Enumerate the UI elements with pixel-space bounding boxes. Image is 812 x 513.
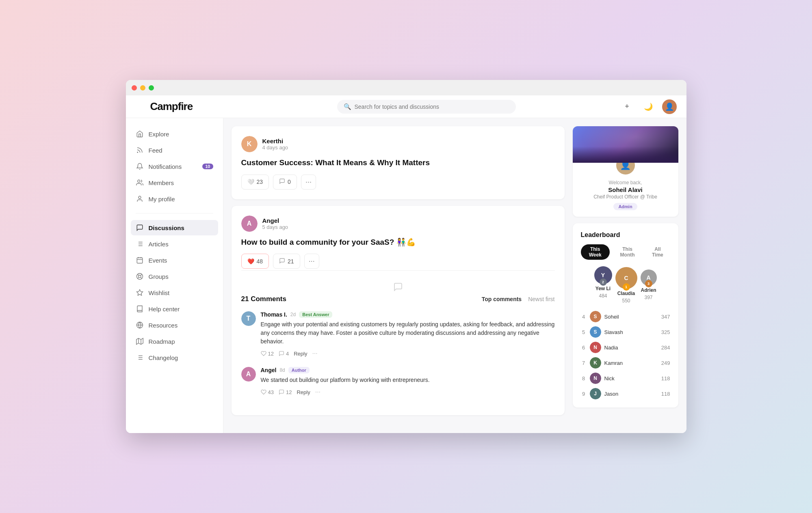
lb-tab-all-time[interactable]: All Time (645, 244, 670, 260)
comment-like-2[interactable]: 43 (261, 389, 274, 395)
comment-button-1[interactable]: 0 (273, 175, 297, 190)
lb-rank-6: 6 (581, 345, 587, 351)
sidebar-item-wishlist[interactable]: Wishlist (131, 285, 218, 300)
reply-button-2[interactable]: Reply (297, 389, 310, 395)
comment-like-1[interactable]: 12 (261, 351, 274, 357)
sidebar-item-events[interactable]: Events (131, 252, 218, 268)
sidebar-label-notifications: Notifications (149, 163, 182, 170)
comment-like-count-1: 12 (268, 351, 274, 357)
sidebar-label-articles: Articles (149, 241, 169, 248)
svg-line-18 (137, 277, 139, 278)
sidebar-item-articles[interactable]: Articles (131, 236, 218, 252)
comment-more-1[interactable]: ··· (312, 350, 317, 357)
search-input[interactable] (355, 103, 509, 110)
minimize-btn[interactable] (140, 85, 145, 91)
sidebar-item-my-profile[interactable]: My profile (131, 191, 218, 207)
feed-icon (136, 146, 144, 154)
comment-author-2: Angel (261, 367, 277, 373)
sidebar-item-roadmap[interactable]: Roadmap (131, 334, 218, 349)
svg-marker-19 (136, 290, 143, 295)
sort-top-comments[interactable]: Top comments (482, 296, 522, 302)
lb-rank-badge-1: 1 (623, 283, 630, 291)
svg-line-16 (141, 277, 142, 278)
sidebar-item-discussions[interactable]: Discussions (131, 220, 218, 235)
comments-count: 21 Comments (241, 295, 286, 303)
comment-item-2: A Angel 8d Author We started out buildin… (241, 367, 555, 396)
user-avatar[interactable]: 👤 (662, 99, 677, 114)
lb-list-avatar-nadia: N (590, 342, 601, 353)
lb-list-item-9: 9 J Jason 118 (581, 388, 670, 399)
post-avatar-angel: A (241, 216, 258, 232)
admin-badge: Admin (613, 203, 637, 210)
maximize-btn[interactable] (149, 85, 154, 91)
post-header-1: K Keerthi 4 days ago (241, 136, 555, 152)
sidebar-label-members: Members (149, 179, 174, 186)
lb-avatar-wrap-3: A 3 (641, 269, 657, 286)
sidebar-item-groups[interactable]: Groups (131, 269, 218, 284)
post-avatar-keerthi: K (241, 136, 258, 152)
search-bar[interactable]: 🔍 (337, 100, 516, 114)
comment-more-2[interactable]: ··· (315, 388, 320, 396)
lb-rank-8: 8 (581, 375, 587, 382)
best-answer-badge: Best Answer (299, 311, 332, 318)
comment-button-2[interactable]: 21 (273, 254, 300, 269)
sidebar-label-groups: Groups (149, 273, 169, 280)
members-icon (136, 179, 144, 187)
sort-newest[interactable]: Newst first (528, 296, 554, 302)
lb-name-5: Siavash (604, 329, 658, 335)
sidebar-label-events: Events (149, 257, 167, 264)
post-card-2: A Angel 5 days ago How to build a commun… (232, 206, 565, 416)
heart-icon-1: 🤍 (247, 179, 254, 185)
notifications-badge: 10 (202, 164, 213, 169)
lb-rank-badge-2: 2 (600, 278, 607, 286)
lb-score-8: 118 (661, 375, 670, 382)
lb-rank-9: 9 (581, 391, 587, 397)
svg-line-15 (137, 274, 139, 276)
lb-top-item-1: C 1 Claudia 550 (615, 267, 637, 304)
sidebar-item-notifications[interactable]: Notifications 10 (131, 159, 218, 174)
more-button-1[interactable]: ··· (301, 175, 316, 190)
profile-avatar-wrap: 👤 Welcome back, Soheil Alavi Cheif Produ… (573, 155, 678, 217)
comment-avatar-thomas: T (241, 311, 256, 326)
more-button-2[interactable]: ··· (304, 254, 319, 269)
comment-icon-2 (279, 258, 285, 265)
add-button[interactable]: + (620, 99, 634, 114)
lb-score-5: 325 (661, 329, 670, 335)
profile-icon (136, 195, 144, 203)
like-button-2[interactable]: ❤️ 48 (241, 254, 269, 269)
sidebar-nav-secondary: Discussions Articles (126, 220, 223, 365)
sidebar-item-members[interactable]: Members (131, 175, 218, 190)
reply-button-1[interactable]: Reply (294, 351, 307, 357)
lb-tab-this-month[interactable]: This Month (612, 244, 643, 260)
sidebar-label-my-profile: My profile (149, 196, 175, 203)
lb-score-2: 484 (599, 293, 607, 299)
lb-score-6: 284 (661, 345, 670, 351)
svg-point-1 (137, 180, 140, 182)
like-button-1[interactable]: 🤍 23 (241, 175, 269, 190)
sidebar-item-changelog[interactable]: Changelog (131, 350, 218, 365)
groups-icon (136, 272, 144, 280)
close-btn[interactable] (132, 85, 137, 91)
post-actions-2: ❤️ 48 21 ··· (241, 254, 555, 269)
svg-rect-9 (137, 258, 143, 263)
post-card-1: K Keerthi 4 days ago Customer Success: W… (232, 126, 565, 199)
dark-mode-button[interactable]: 🌙 (641, 99, 656, 114)
wishlist-icon (136, 289, 144, 297)
lb-tab-this-week[interactable]: This Week (581, 244, 610, 260)
titlebar (126, 80, 686, 95)
post-header-2: A Angel 5 days ago (241, 216, 555, 232)
comment-reply-count-1[interactable]: 4 (279, 351, 289, 357)
welcome-text: Welcome back, (609, 180, 642, 185)
sidebar-label-explore: Explore (149, 131, 169, 138)
sidebar-item-explore[interactable]: Explore (131, 126, 218, 142)
sidebar-item-resources[interactable]: Resources (131, 317, 218, 333)
resources-icon (136, 321, 144, 329)
lb-score-3: 397 (644, 295, 652, 300)
comment-avatar-angel2: A (241, 367, 256, 382)
lb-rank-badge-3: 3 (645, 280, 652, 287)
sidebar-item-help[interactable]: Help center (131, 301, 218, 317)
search-icon: 🔍 (344, 103, 351, 110)
comment-reply-count-2[interactable]: 12 (279, 389, 292, 395)
sidebar-item-feed[interactable]: Feed (131, 142, 218, 158)
post-time-1: 4 days ago (262, 144, 288, 151)
